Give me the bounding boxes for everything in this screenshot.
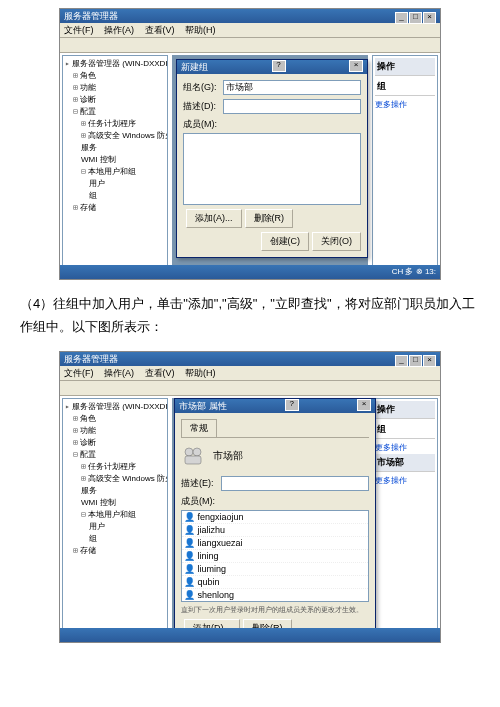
group-name-row: 组名(G): [183,80,361,95]
tree-scheduler: ⊞ 任务计划程序 [65,118,165,130]
menu-help[interactable]: 帮助(H) [185,368,216,378]
menu-view[interactable]: 查看(V) [145,25,175,35]
window-buttons: _□× [394,9,436,23]
tree-groups: 组 [65,190,165,202]
tree-root: ▸ 服务器管理器 (WIN-DXXDI90…) [65,58,165,70]
new-group-dialog: 新建组 ? × 组名(G): 描述(D): 成员(M): [176,59,368,258]
tree-features: ⊞ 功能 [65,82,165,94]
tree-config: ⊟ 配置 [65,106,165,118]
svg-rect-2 [185,456,201,464]
maximize-button[interactable]: □ [409,12,422,24]
maximize-button[interactable]: □ [409,355,422,367]
member-item[interactable]: 👤 fengxiaojun [182,511,368,524]
tree-storage: ⊞ 存储 [65,202,165,214]
more-actions-link[interactable]: 更多操作 [375,98,435,111]
tab-general[interactable]: 常规 [181,419,217,437]
dialog-titlebar: 市场部 属性 ? × [175,399,375,413]
ok-button[interactable]: 确定 [243,642,279,643]
hint-text: 直到下一次用户登录时对用户的组成员关系的更改才生效。 [181,605,369,615]
apply-button[interactable]: 应用(A) [321,642,369,643]
remove-button[interactable]: 删除(R) [245,209,294,228]
tree-wmi: WMI 控制 [65,154,165,166]
more-actions-link[interactable]: 更多操作 [375,441,435,454]
group-header: 市场部 [375,454,435,472]
svg-point-0 [185,448,193,456]
window-title: 服务器管理器 [64,352,118,366]
properties-dialog: 市场部 属性 ? × 常规 市场部 描述(E): 成员(M): 👤 fen [174,398,376,643]
instruction-text: （4）往组中加入用户，单击"添加","高级"，"立即查找"，将对应部门职员加入工… [0,292,500,339]
member-item[interactable]: 👤 jializhu [182,524,368,537]
tree-localusers: ⊟ 本地用户和组 [65,166,165,178]
desc-row: 描述(E): [181,476,369,491]
menu-view[interactable]: 查看(V) [145,368,175,378]
member-item[interactable]: 👤 shenlong [182,589,368,602]
create-button[interactable]: 创建(C) [261,232,310,251]
add-button[interactable]: 添加(A)... [186,209,242,228]
menu-help[interactable]: 帮助(H) [185,25,216,35]
center-pane: 市场部 属性 ? × 常规 市场部 描述(E): 成员(M): 👤 fen [172,398,368,642]
window-titlebar: 服务器管理器 _□× [60,9,440,23]
group-desc-label: 描述(D): [183,100,223,113]
tree-firewall: ⊞ 高级安全 Windows 防火… [65,130,165,142]
menu-file[interactable]: 文件(F) [64,25,94,35]
tab-strip: 常规 [181,419,369,438]
group-desc-row: 描述(D): [183,99,361,114]
close-button[interactable]: × [423,355,436,367]
tree-diag: ⊞ 诊断 [65,94,165,106]
minimize-button[interactable]: _ [395,12,408,24]
tree-users: 用户 [65,178,165,190]
minimize-button[interactable]: _ [395,355,408,367]
screenshot-group-properties: 服务器管理器 _□× 文件(F) 操作(A) 查看(V) 帮助(H) ▸ 服务器… [59,351,441,643]
members-label: 成员(M): [181,495,369,508]
menu-action[interactable]: 操作(A) [104,368,134,378]
actions-pane: 操作 组 更多操作 市场部 更多操作 [372,398,438,642]
system-tray: CH 多 ⊗ 13: [60,265,440,279]
members-listbox[interactable] [183,133,361,205]
dialog-close-icon[interactable]: ? [285,399,299,411]
dialog-close-icon[interactable]: × [357,399,371,411]
tree-services: 服务 [65,142,165,154]
actions-header: 操作 [375,401,435,419]
dialog-close-icon[interactable]: ? [272,60,286,72]
cancel-button[interactable]: 取消 [282,642,318,643]
screenshot-new-group: 服务器管理器 _□× 文件(F) 操作(A) 查看(V) 帮助(H) ▸ 服务器… [59,8,441,280]
window-buttons: _□× [394,352,436,366]
actions-group-header: 组 [375,78,435,96]
tree-root: ▸ 服务器管理器 (WIN-DXXDI90…) [65,401,165,413]
tree-roles: ⊞ 角色 [65,70,165,82]
menu-file[interactable]: 文件(F) [64,368,94,378]
taskbar [60,628,440,642]
member-item[interactable]: 👤 liuming [182,563,368,576]
member-item[interactable]: 👤 lining [182,550,368,563]
svg-point-1 [193,448,201,456]
actions-pane: 操作 组 更多操作 [372,55,438,279]
dialog-title: 新建组 [181,60,208,74]
menu-bar[interactable]: 文件(F) 操作(A) 查看(V) 帮助(H) [60,366,440,381]
toolbar [60,38,440,53]
member-item[interactable]: 👤 qubin [182,576,368,589]
desc-label: 描述(E): [181,477,221,490]
dialog-title: 市场部 属性 [179,399,227,413]
window-titlebar: 服务器管理器 _□× [60,352,440,366]
close-dialog-button[interactable]: 关闭(O) [312,232,361,251]
group-name-label: 组名(G): [183,81,223,94]
center-pane: 新建组 ? × 组名(G): 描述(D): 成员(M): [172,55,368,279]
more-actions-link-2[interactable]: 更多操作 [375,474,435,487]
member-item[interactable]: 👤 liangxuezai [182,537,368,550]
dialog-close-icon[interactable]: × [349,60,363,72]
members-label: 成员(M): [183,118,361,131]
group-name-display: 市场部 [213,449,243,463]
group-desc-input[interactable] [223,99,361,114]
dialog-titlebar: 新建组 ? × [177,60,367,74]
toolbar [60,381,440,396]
desc-input[interactable] [221,476,369,491]
group-icon [181,444,205,468]
nav-tree[interactable]: ▸ 服务器管理器 (WIN-DXXDI90…) ⊞ 角色 ⊞ 功能 ⊞ 诊断 ⊟… [62,55,168,279]
close-button[interactable]: × [423,12,436,24]
group-name-input[interactable] [223,80,361,95]
window-title: 服务器管理器 [64,9,118,23]
members-listbox[interactable]: 👤 fengxiaojun👤 jializhu👤 liangxuezai👤 li… [181,510,369,602]
menu-action[interactable]: 操作(A) [104,25,134,35]
nav-tree[interactable]: ▸ 服务器管理器 (WIN-DXXDI90…) ⊞ 角色 ⊞ 功能 ⊞ 诊断 ⊟… [62,398,168,642]
menu-bar[interactable]: 文件(F) 操作(A) 查看(V) 帮助(H) [60,23,440,38]
